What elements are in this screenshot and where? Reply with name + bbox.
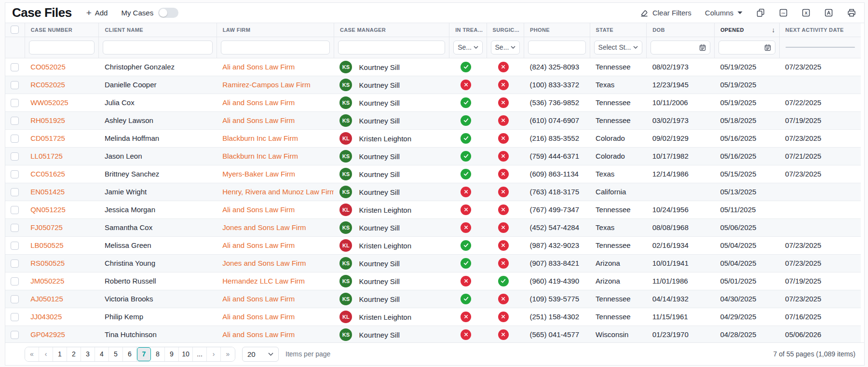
pager-page-8[interactable]: 8 [151,347,165,361]
case-number-link[interactable]: RH051925 [30,116,65,124]
law-firm-link[interactable]: Jones and Sons Law Firm [222,223,306,231]
law-firm-link[interactable]: Ali and Sons Law Firm [222,313,295,321]
row-checkbox[interactable] [11,295,19,303]
pager-page-7[interactable]: 7 [137,347,151,361]
case-number-link[interactable]: AJ050125 [30,295,63,303]
col-header-surgical[interactable]: SURGIC... [487,23,524,37]
col-header-client-name[interactable]: CLIENT NAME [99,23,217,37]
phone-filter-input[interactable] [528,41,586,54]
case-number-link[interactable]: LB050525 [30,241,63,249]
dob-filter-datepicker[interactable] [651,41,710,54]
law-firm-link[interactable]: Jones and Sons Law Firm [222,259,306,267]
in-treatment-filter-select[interactable]: Se... [453,41,482,54]
col-header-next-activity-date[interactable]: NEXT ACTIVITY DATE [779,23,861,37]
case-number-link[interactable]: LL051725 [30,152,63,160]
case-number-link[interactable]: JM050225 [30,277,64,285]
clear-filters-button[interactable]: Clear Filters [640,9,692,17]
pager-page-10[interactable]: 10 [179,347,193,361]
col-header-case-manager[interactable]: CASE MANAGER [334,23,449,37]
export-csv-icon[interactable]: csv [779,8,788,17]
law-firm-link[interactable]: Ali and Sons Law Firm [222,295,295,303]
pager-page-5[interactable]: 5 [109,347,123,361]
pager-page-2[interactable]: 2 [67,347,81,361]
row-checkbox[interactable] [11,331,19,339]
pager-page-9[interactable]: 9 [165,347,179,361]
case-number-link[interactable]: GP042925 [30,330,65,339]
case-number-link[interactable]: WW052025 [30,98,68,107]
law-firm-link[interactable]: Myers-Baker Law Firm [222,170,295,178]
row-checkbox[interactable] [11,135,19,143]
row-checkbox[interactable] [11,81,19,89]
client-name-filter-input[interactable] [103,41,212,54]
opened-cell: 05/06/2025 [714,218,779,236]
case-number-link[interactable]: CC051625 [30,170,65,178]
case-number-link[interactable]: RC052025 [30,81,65,89]
case-number-link[interactable]: JJ043025 [30,313,62,321]
print-icon[interactable] [847,8,856,17]
col-header-in-treatment[interactable]: IN TREA... [449,23,487,37]
pager-page-1[interactable]: 1 [53,347,67,361]
select-all-checkbox[interactable] [11,26,19,34]
col-header-dob[interactable]: DOB [647,23,715,37]
case-number-link[interactable]: QN051225 [30,205,66,214]
law-firm-link[interactable]: Ali and Sons Law Firm [222,116,295,124]
law-firm-link[interactable]: Ali and Sons Law Firm [222,241,295,249]
pager-first-button[interactable]: « [25,347,39,361]
row-checkbox[interactable] [11,170,19,178]
col-header-law-firm[interactable]: LAW FIRM [217,23,334,37]
table-row: CC051625 Brittney Sanchez Myers-Baker La… [5,165,861,183]
row-checkbox[interactable] [11,224,19,232]
case-number-link[interactable]: FJ050725 [30,223,63,231]
row-checkbox[interactable] [11,152,19,161]
law-firm-link[interactable]: Ali and Sons Law Firm [222,330,295,339]
row-checkbox[interactable] [11,206,19,214]
row-checkbox[interactable] [11,63,19,71]
law-firm-link[interactable]: Ali and Sons Law Firm [222,98,295,107]
pager-next-button[interactable]: › [207,347,221,361]
pager-page-3[interactable]: 3 [81,347,95,361]
case-manager-name: Kourtney Sill [359,116,400,124]
case-number-link[interactable]: RS050525 [30,259,65,267]
state-filter-select[interactable]: Select St... [594,41,643,54]
columns-menu-button[interactable]: Columns [705,9,743,17]
pager-last-button[interactable]: » [221,347,235,361]
case-number-link[interactable]: CD051725 [30,134,65,142]
export-excel-icon[interactable]: X [801,8,811,17]
add-button[interactable]: + Add [86,8,108,17]
row-checkbox[interactable] [11,188,19,196]
col-header-opened[interactable]: OPENED↓ [714,23,779,37]
case-number-link[interactable]: CO052025 [30,63,66,71]
copy-icon[interactable] [756,8,765,17]
case-number-filter-input[interactable] [29,41,95,54]
pager-prev-button[interactable]: ‹ [39,347,53,361]
row-checkbox[interactable] [11,99,19,107]
pager-page-6[interactable]: 6 [123,347,137,361]
law-firm-link[interactable]: Ali and Sons Law Firm [222,205,295,214]
opened-filter-datepicker[interactable] [719,41,775,54]
my-cases-toggle[interactable] [158,8,178,18]
law-firm-filter-input[interactable] [221,41,330,54]
row-checkbox[interactable] [11,242,19,250]
row-checkbox[interactable] [11,117,19,125]
law-firm-link[interactable]: Blackburn Inc Law Firm [222,134,298,142]
row-checkbox[interactable] [11,277,19,285]
law-firm-link[interactable]: Blackburn Inc Law Firm [222,152,298,160]
plus-icon: + [86,8,92,17]
law-firm-link[interactable]: Ali and Sons Law Firm [222,63,295,71]
page-size-select[interactable]: 20 [242,347,279,362]
col-header-phone[interactable]: PHONE [524,23,590,37]
law-firm-link[interactable]: Ramirez-Campos Law Firm [222,81,311,89]
export-pdf-icon[interactable] [824,8,833,17]
case-number-link[interactable]: EN051425 [30,188,65,196]
next-activity-date-filter-slider[interactable] [786,47,855,48]
row-checkbox[interactable] [11,313,19,321]
case-manager-filter-input[interactable] [338,41,445,54]
row-checkbox[interactable] [11,259,19,268]
col-header-state[interactable]: STATE [590,23,647,37]
col-header-case-number[interactable]: CASE NUMBER [25,23,99,37]
pager-page-4[interactable]: 4 [95,347,109,361]
surgical-filter-select[interactable]: Se... [491,41,520,54]
pager-more-button[interactable]: ... [193,347,207,361]
law-firm-link[interactable]: Henry, Rivera and Munoz Law Firm [222,188,334,196]
law-firm-link[interactable]: Hernandez LLC Law Firm [222,277,305,285]
